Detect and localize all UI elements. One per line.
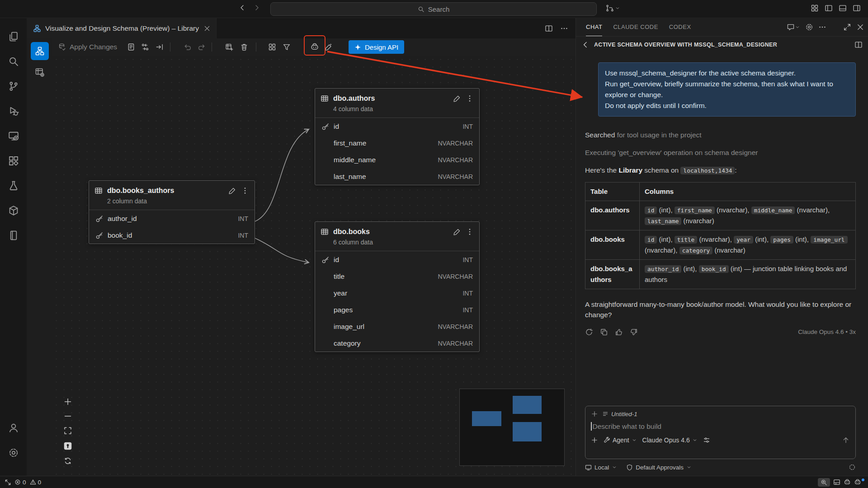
minimap[interactable] (459, 389, 565, 466)
fit-view-button[interactable] (63, 426, 72, 435)
chat-back-button[interactable] (581, 41, 590, 49)
column-row[interactable]: idINT (315, 251, 479, 268)
edit-table-icon[interactable] (228, 187, 236, 195)
minimap-node-rect (472, 411, 501, 426)
sidebar-item-search[interactable] (8, 56, 19, 67)
toggle-panel-button[interactable] (839, 4, 847, 12)
apply-changes-button[interactable]: Apply Changes (58, 40, 117, 54)
account-button[interactable] (8, 422, 19, 433)
copy-response-button[interactable] (600, 328, 608, 336)
import-button[interactable] (153, 40, 166, 54)
editor-layout-button[interactable] (833, 479, 840, 486)
table-menu-icon[interactable] (241, 187, 249, 195)
send-button[interactable] (842, 436, 850, 444)
chat-settings-button[interactable] (805, 23, 813, 31)
undo-button[interactable] (181, 40, 194, 54)
column-row[interactable]: book_idINT (89, 227, 255, 244)
approvals-dropdown[interactable]: Default Approvals (626, 464, 692, 471)
model-dropdown[interactable]: Claude Opus 4.6 (642, 436, 698, 444)
tools-config-button[interactable] (703, 436, 710, 444)
chat-close-button[interactable] (856, 23, 864, 31)
sidebar-item-run-debug[interactable] (8, 106, 19, 117)
attach-button[interactable] (591, 436, 598, 444)
chat-more-button[interactable] (818, 23, 826, 31)
sidebar-item-testing[interactable] (8, 180, 19, 191)
editor-more-actions-button[interactable] (560, 24, 568, 33)
add-table-button[interactable] (222, 40, 236, 54)
chat-input-field[interactable]: Describe what to build (591, 422, 850, 431)
table-menu-icon[interactable] (466, 228, 474, 236)
session-flow-button[interactable] (606, 4, 620, 12)
zoom-in-button[interactable] (63, 397, 72, 406)
column-row[interactable]: idINT (315, 118, 479, 135)
tab-close-icon[interactable] (203, 25, 211, 32)
column-row[interactable]: image_urlNVARCHAR (315, 318, 479, 335)
remote-indicator-icon[interactable] (5, 479, 11, 486)
chat-tab-claude-code[interactable]: CLAUDE CODE (613, 18, 658, 36)
column-row[interactable]: yearINT (315, 285, 479, 301)
regenerate-button[interactable] (585, 328, 593, 336)
schema-table-node[interactable]: dbo.authors4 column dataidINTfirst_nameN… (315, 88, 480, 185)
lock-canvas-button[interactable] (62, 441, 73, 451)
settings-gear-button[interactable] (8, 447, 19, 458)
nav-forward-button[interactable] (253, 4, 260, 11)
editor-tab[interactable]: Visualize and Design Schema (Preview) – … (27, 18, 217, 38)
copilot-status-button[interactable] (844, 479, 851, 486)
toggle-secondary-sidebar-button[interactable] (853, 4, 861, 12)
chat-tab-chat[interactable]: CHAT (586, 18, 602, 36)
delete-button[interactable] (237, 40, 251, 54)
edit-table-icon[interactable] (453, 228, 461, 236)
copilot-button[interactable] (308, 40, 321, 54)
nav-back-button[interactable] (239, 4, 246, 11)
sidebar-item-remote-explorer[interactable] (8, 131, 19, 141)
column-row[interactable]: last_nameNVARCHAR (315, 168, 479, 185)
open-chat-in-editor-button[interactable] (854, 41, 863, 49)
table-menu-icon[interactable] (466, 94, 474, 103)
environment-dropdown[interactable]: Local (585, 464, 617, 471)
zoom-out-button[interactable] (63, 412, 72, 421)
chat-history-button[interactable] (787, 23, 800, 31)
chat-input-box[interactable]: Untitled-1 Describe what to build Agent … (585, 406, 856, 459)
schema-visualization-button[interactable] (31, 42, 49, 60)
column-row[interactable]: first_nameNVARCHAR (315, 135, 479, 151)
sidebar-item-source-control[interactable] (8, 81, 19, 92)
problems-button[interactable]: 0 0 (14, 479, 43, 486)
edit-with-copilot-button[interactable] (322, 40, 335, 54)
search-input[interactable]: Search (270, 2, 597, 16)
compare-icon[interactable] (138, 40, 152, 54)
toggle-sidebar-button[interactable] (825, 4, 833, 12)
chat-tab-codex[interactable]: CODEX (669, 18, 691, 36)
thumbs-up-button[interactable] (615, 328, 623, 336)
script-icon[interactable] (124, 40, 138, 54)
auto-arrange-button[interactable] (64, 457, 72, 465)
redo-button[interactable] (195, 40, 208, 54)
add-context-button[interactable] (591, 410, 598, 418)
agent-mode-dropdown[interactable]: Agent (604, 436, 637, 444)
sidebar-item-extensions[interactable] (8, 155, 19, 166)
auto-layout-button[interactable] (265, 40, 279, 54)
sidebar-item-notebooks[interactable] (8, 230, 19, 241)
title-bar: Search (0, 0, 868, 18)
table-designer-button[interactable] (31, 63, 49, 81)
zoom-status-button[interactable] (818, 478, 830, 487)
context-file-chip[interactable]: Untitled-1 (602, 411, 637, 418)
schema-canvas[interactable]: dbo.books_authors2 column dataauthor_idI… (52, 56, 576, 476)
chat-expand-button[interactable] (843, 23, 851, 31)
column-row[interactable]: categoryNVARCHAR (315, 335, 479, 352)
thumbs-down-button[interactable] (630, 328, 638, 336)
schema-table-node[interactable]: dbo.books_authors2 column dataauthor_idI… (89, 180, 255, 244)
column-row[interactable]: author_idINT (89, 210, 255, 227)
schema-table-node[interactable]: dbo.books6 column dataidINTtitleNVARCHAR… (315, 221, 480, 352)
filter-button[interactable] (280, 40, 293, 54)
design-api-button[interactable]: Design API (349, 40, 404, 54)
column-row[interactable]: pagesINT (315, 301, 479, 318)
sidebar-item-explorer[interactable] (8, 31, 19, 42)
split-editor-button[interactable] (545, 24, 553, 33)
customize-layout-button[interactable] (811, 4, 819, 12)
edit-table-icon[interactable] (453, 94, 461, 103)
table-name: dbo.books_authors (107, 187, 224, 195)
sidebar-item-database-projects[interactable] (8, 205, 19, 216)
column-row[interactable]: middle_nameNVARCHAR (315, 151, 479, 168)
column-row[interactable]: titleNVARCHAR (315, 268, 479, 285)
copilot-menu-button[interactable] (854, 479, 861, 486)
